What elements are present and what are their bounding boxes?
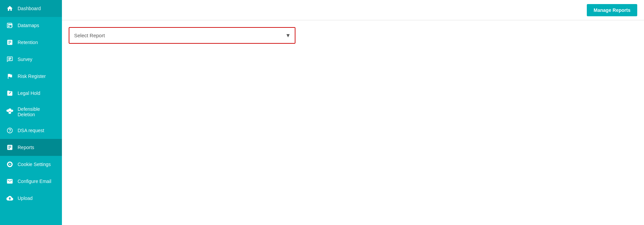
main-content: Manage Reports Select Report ▼: [62, 0, 644, 225]
sidebar-item-label: Legal Hold: [18, 90, 40, 96]
top-bar: Manage Reports: [62, 0, 644, 20]
svg-point-2: [9, 164, 10, 165]
sidebar-item-datamaps[interactable]: Datamaps: [0, 17, 62, 34]
survey-icon: [6, 56, 14, 63]
risk-register-icon: [6, 73, 14, 80]
reports-icon: [6, 144, 14, 151]
sidebar-item-survey[interactable]: Survey: [0, 51, 62, 68]
sidebar-item-label: Configure Email: [18, 179, 51, 184]
sidebar-item-dsa-request[interactable]: DSA request: [0, 122, 62, 139]
sidebar-item-risk-register[interactable]: Risk Register: [0, 68, 62, 85]
content-area: Select Report ▼: [62, 20, 644, 225]
datamaps-icon: [6, 22, 14, 29]
cookie-settings-icon: [6, 161, 14, 168]
sidebar-item-legal-hold[interactable]: Legal Hold: [0, 85, 62, 102]
configure-email-icon: [6, 178, 14, 185]
sidebar-item-label: Cookie Settings: [18, 162, 51, 167]
sidebar-item-label: Reports: [18, 145, 34, 150]
sidebar-item-label: Upload: [18, 196, 32, 201]
sidebar-item-label: Defensible Deletion: [18, 106, 56, 117]
sidebar-item-label: Retention: [18, 40, 38, 45]
sidebar-item-defensible-deletion[interactable]: Defensible Deletion: [0, 102, 62, 122]
report-select-container: Select Report ▼: [69, 27, 295, 44]
legal-hold-icon: [6, 89, 14, 97]
sidebar-item-label: Datamaps: [18, 23, 39, 28]
home-icon: [6, 5, 14, 12]
sidebar-item-retention[interactable]: Retention: [0, 34, 62, 51]
defensible-deletion-icon: [6, 108, 14, 116]
sidebar-item-dashboard[interactable]: Dashboard: [0, 0, 62, 17]
sidebar-item-upload[interactable]: Upload: [0, 190, 62, 207]
manage-reports-button[interactable]: Manage Reports: [587, 4, 637, 16]
retention-icon: [6, 39, 14, 46]
sidebar-item-label: Risk Register: [18, 74, 46, 79]
sidebar-item-reports[interactable]: Reports: [0, 139, 62, 156]
sidebar-item-configure-email[interactable]: Configure Email: [0, 173, 62, 190]
sidebar-item-label: Dashboard: [18, 6, 41, 11]
report-select[interactable]: Select Report: [69, 28, 295, 43]
dsa-request-icon: [6, 127, 14, 134]
sidebar-item-cookie-settings[interactable]: Cookie Settings: [0, 156, 62, 173]
upload-icon: [6, 195, 14, 202]
sidebar: Dashboard Datamaps Retention Survey: [0, 0, 62, 225]
sidebar-item-label: Survey: [18, 57, 32, 62]
sidebar-item-label: DSA request: [18, 128, 44, 133]
